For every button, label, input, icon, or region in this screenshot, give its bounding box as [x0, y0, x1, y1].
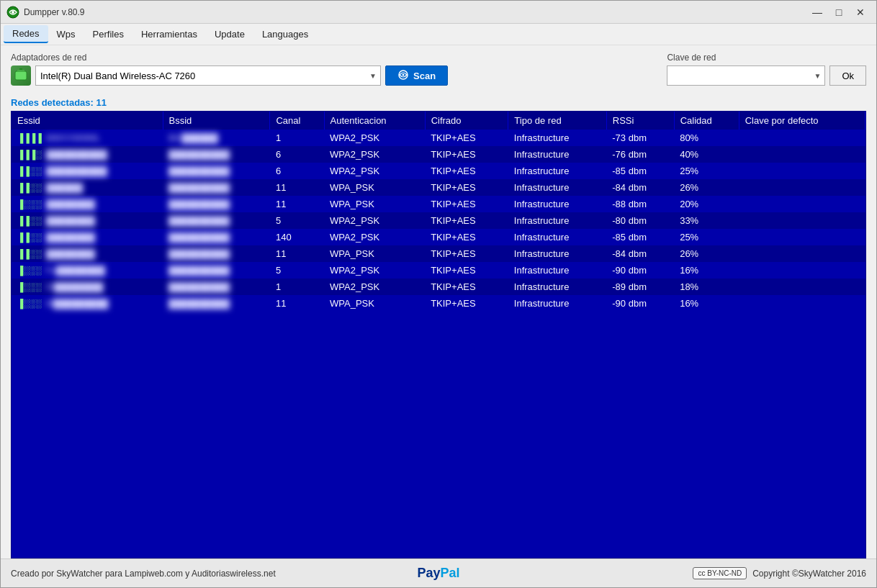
- cell-auth: WPA2_PSK: [324, 146, 425, 163]
- cell-rssi: -76 dbm: [606, 146, 674, 163]
- title-bar-text: Dumpper v.80.9: [24, 7, 807, 17]
- cell-cifrado: TKIP+AES: [425, 163, 508, 179]
- col-autenticacion: Autenticacion: [324, 112, 425, 130]
- cell-canal: 11: [270, 196, 324, 212]
- cell-calidad: 26%: [674, 179, 739, 196]
- table-row[interactable]: ▐░░░ M█████████ ██████████ 11 WPA_PSK TK…: [12, 295, 865, 312]
- col-tipo: Tipo de red: [508, 112, 606, 130]
- close-button[interactable]: ✕: [850, 4, 871, 20]
- cell-cifrado: TKIP+AES: [425, 196, 508, 212]
- cell-canal: 6: [270, 146, 324, 163]
- maximize-button[interactable]: □: [829, 4, 849, 20]
- cell-essid: ▐▐░░ ████████: [12, 245, 163, 262]
- col-calidad: Calidad: [674, 112, 739, 130]
- scan-button[interactable]: Scan: [385, 65, 448, 86]
- adapter-label: Adaptadores de red: [11, 53, 448, 63]
- svg-rect-4: [17, 70, 24, 71]
- menu-perfiles[interactable]: Perfiles: [84, 26, 132, 42]
- menu-update[interactable]: Update: [206, 26, 253, 42]
- menu-languages[interactable]: Languages: [253, 26, 317, 42]
- cell-calidad: 80%: [674, 130, 739, 146]
- cell-bssid: ██████████: [163, 179, 270, 196]
- cell-canal: 1: [270, 130, 324, 146]
- cell-calidad: 25%: [674, 229, 739, 245]
- cell-canal: 5: [270, 262, 324, 279]
- cell-cifrado: TKIP+AES: [425, 130, 508, 146]
- cell-bssid: ██████████: [163, 295, 270, 312]
- cell-calidad: 18%: [674, 279, 739, 295]
- signal-icon: ▐▐▐▐: [17, 133, 42, 143]
- cell-essid: ▐▐░░ ████████: [12, 229, 163, 245]
- network-table-body: ▐▐▐▐ MWVVWMML B8:██████ 1 WPA2_PSK TKIP+…: [12, 130, 865, 312]
- network-key-section: Clave de red Ok: [667, 53, 866, 86]
- essid-value: Di████████: [46, 282, 103, 292]
- cell-bssid: ██████████: [163, 262, 270, 279]
- cell-auth: WPA2_PSK: [324, 279, 425, 295]
- cell-essid: ▐▐░░ ██████████: [12, 163, 163, 179]
- cell-essid: ▐░░░ Di████████: [12, 279, 163, 295]
- essid-value: ██████: [46, 183, 83, 193]
- cell-clave: [739, 146, 865, 163]
- cell-calidad: 40%: [674, 146, 739, 163]
- cell-cifrado: TKIP+AES: [425, 245, 508, 262]
- footer: Creado por SkyWatcher para Lampiweb.com …: [1, 558, 876, 587]
- cell-auth: WPA2_PSK: [324, 212, 425, 229]
- app-icon: [6, 6, 19, 19]
- signal-icon: ▐▐░░: [17, 166, 42, 176]
- svg-point-6: [402, 73, 405, 76]
- cell-essid: ▐▐░░ ██████: [12, 179, 163, 196]
- table-row[interactable]: ▐░░░ Fa████████ ██████████ 5 WPA2_PSK TK…: [12, 262, 865, 279]
- cell-canal: 1: [270, 279, 324, 295]
- cell-cifrado: TKIP+AES: [425, 229, 508, 245]
- essid-value: MWVVWMML: [46, 133, 100, 143]
- table-row[interactable]: ▐▐▐▐ MWVVWMML B8:██████ 1 WPA2_PSK TKIP+…: [12, 130, 865, 146]
- cell-calidad: 16%: [674, 295, 739, 312]
- menu-herramientas[interactable]: Herramientas: [132, 26, 206, 42]
- detected-label: Redes detectadas: 11: [1, 93, 876, 111]
- scan-icon: [397, 69, 409, 83]
- key-row: Ok: [667, 65, 866, 86]
- minimize-button[interactable]: —: [807, 4, 827, 20]
- cell-tipo: Infrastructure: [508, 130, 606, 146]
- cell-canal: 11: [270, 295, 324, 312]
- cell-clave: [739, 130, 865, 146]
- cell-tipo: Infrastructure: [508, 295, 606, 312]
- cell-bssid: ██████████: [163, 229, 270, 245]
- adapter-row: Intel(R) Dual Band Wireless-AC 7260 Scan: [11, 65, 448, 86]
- table-row[interactable]: ▐░░░ ████████ ██████████ 11 WPA_PSK TKIP…: [12, 196, 865, 212]
- cell-rssi: -84 dbm: [606, 245, 674, 262]
- table-row[interactable]: ▐▐░░ ████████ ██████████ 140 WPA2_PSK TK…: [12, 229, 865, 245]
- cell-rssi: -88 dbm: [606, 196, 674, 212]
- cell-essid: ▐▐▐░ ██████████: [12, 146, 163, 163]
- cell-tipo: Infrastructure: [508, 146, 606, 163]
- network-key-input[interactable]: [667, 65, 825, 86]
- cell-bssid: ██████████: [163, 279, 270, 295]
- cell-cifrado: TKIP+AES: [425, 146, 508, 163]
- table-row[interactable]: ▐░░░ Di████████ ██████████ 1 WPA2_PSK TK…: [12, 279, 865, 295]
- menu-wps[interactable]: Wps: [48, 26, 84, 42]
- essid-value: ██████████: [46, 166, 107, 176]
- adapter-select-wrapper[interactable]: Intel(R) Dual Band Wireless-AC 7260: [35, 65, 381, 86]
- table-row[interactable]: ▐▐▐░ ██████████ ██████████ 6 WPA2_PSK TK…: [12, 146, 865, 163]
- footer-credits: Creado por SkyWatcher para Lampiweb.com …: [11, 569, 276, 579]
- menu-redes[interactable]: Redes: [4, 25, 48, 43]
- copyright-text: Copyright ©SkyWatcher 2016: [752, 569, 866, 579]
- title-bar: Dumpper v.80.9 — □ ✕: [1, 1, 876, 24]
- table-row[interactable]: ▐▐░░ ████████ ██████████ 5 WPA2_PSK TKIP…: [12, 212, 865, 229]
- adapter-select[interactable]: Intel(R) Dual Band Wireless-AC 7260: [35, 65, 381, 86]
- cell-clave: [739, 179, 865, 196]
- cell-cifrado: TKIP+AES: [425, 179, 508, 196]
- cell-bssid: ██████████: [163, 146, 270, 163]
- table-row[interactable]: ▐▐░░ ██████ ██████████ 11 WPA_PSK TKIP+A…: [12, 179, 865, 196]
- key-input-wrapper[interactable]: [667, 65, 825, 86]
- paypal-logo: PayPal: [417, 566, 459, 581]
- cell-tipo: Infrastructure: [508, 212, 606, 229]
- col-canal: Canal: [270, 112, 324, 130]
- table-row[interactable]: ▐▐░░ ████████ ██████████ 11 WPA_PSK TKIP…: [12, 245, 865, 262]
- cell-tipo: Infrastructure: [508, 179, 606, 196]
- table-row[interactable]: ▐▐░░ ██████████ ██████████ 6 WPA2_PSK TK…: [12, 163, 865, 179]
- ok-button[interactable]: Ok: [829, 65, 866, 86]
- adapter-section: Adaptadores de red Intel(R) Dual Band Wi…: [11, 53, 448, 86]
- main-window: Dumpper v.80.9 — □ ✕ Redes Wps Perfiles …: [0, 0, 877, 588]
- cell-auth: WPA_PSK: [324, 245, 425, 262]
